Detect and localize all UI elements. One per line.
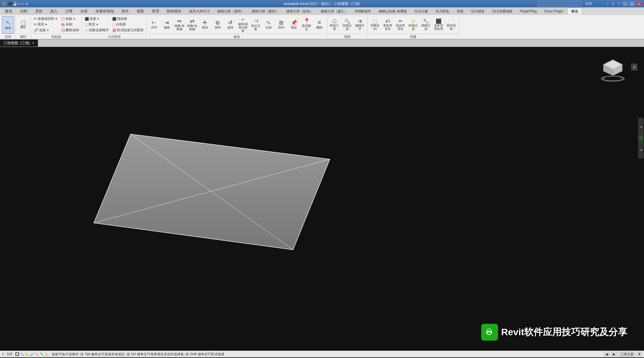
- tab-gls-jingzhuang[interactable]: GLS精装: [468, 8, 488, 14]
- tab-fuzor[interactable]: Fuzor Plugin: [541, 8, 567, 14]
- delete-button[interactable]: ✕ 删除: [313, 16, 326, 34]
- connect-cut-button[interactable]: ✂ 连接端切割 ▼: [32, 16, 59, 21]
- paint-remove-button[interactable]: 🚫 删除涂刷: [60, 27, 80, 33]
- tab-jianmo-tongyong[interactable]: 建模大师（通用）: [214, 8, 248, 14]
- multi-layer-button[interactable]: ⬛ 选多层同处理: [433, 16, 445, 34]
- status-icons: 🔲 🔍 📐 🔎 📏 🔧 📐: [15, 352, 49, 356]
- bbox-3d-button[interactable]: ⬚ 包围盒3D: [369, 16, 381, 34]
- rotate-button[interactable]: ↺ 旋转: [224, 16, 236, 34]
- status-dropdown[interactable]: ▼: [637, 352, 642, 356]
- connect-cut-label: 连接端切割: [38, 16, 54, 21]
- part-desc-button[interactable]: 📄 构件说明: [445, 16, 457, 34]
- tab-jianmo-jianzhu[interactable]: 建模大师（建筑）: [248, 8, 282, 14]
- tab-tiliang[interactable]: 体量和场地: [92, 8, 118, 14]
- tab-zhushi[interactable]: 注释: [62, 8, 76, 14]
- mirror-draw-button[interactable]: ⇄ 镜像-绘制轴: [186, 16, 198, 34]
- view-tab-close[interactable]: ✕: [32, 41, 34, 45]
- align-button[interactable]: ⊢ 对齐: [148, 16, 160, 34]
- tab-gls-tujian[interactable]: GLS土建: [411, 8, 432, 14]
- tab-xiezuo[interactable]: 协作: [118, 8, 133, 14]
- nav-scroll-up[interactable]: ◀: [638, 118, 643, 135]
- tab-gls-lüjing[interactable]: GLS免费滤镜: [489, 8, 516, 14]
- switch-join-button[interactable]: ↔ 切换连接顺序: [83, 27, 110, 33]
- tab-shitu[interactable]: 视图: [133, 8, 148, 14]
- tab-gls-kumo[interactable]: 橄榄山快模-免费版: [375, 8, 410, 14]
- join-expand-icon: ▼: [47, 29, 49, 32]
- split-face-button[interactable]: ⬚ 分割面: [111, 22, 145, 27]
- copy-button[interactable]: ⧉ 复制: [212, 16, 224, 34]
- frame-3d-label: 框选三维: [330, 24, 340, 31]
- statusbar: 1 : 100 🔲 🔍 📐 🔎 📏 🔧 📐 鼠标可执行该操作: 按 Tab 键单…: [0, 351, 644, 357]
- viewcube[interactable]: ↺ ↻: [599, 54, 626, 80]
- status-btn-left[interactable]: ◀: [604, 352, 610, 357]
- close-button[interactable]: ✕: [636, 1, 641, 6]
- paint-label: 涂刷: [66, 22, 72, 27]
- tab-jianzhu[interactable]: 建筑: [1, 8, 16, 14]
- properties-button[interactable]: 📋 属性: [17, 16, 29, 34]
- array-button[interactable]: ⊞ 阵列: [275, 16, 287, 34]
- scale-button[interactable]: ⤡ 比例: [263, 16, 275, 34]
- offset-button[interactable]: ⇥ 偏移: [161, 16, 173, 34]
- app-icon: R: [3, 1, 6, 6]
- status-btn-right[interactable]: ▶: [611, 352, 617, 357]
- offset-open-button[interactable]: ⇉ 偏移对开: [354, 16, 366, 34]
- modify-button[interactable]: ↖ 修改: [2, 16, 14, 34]
- copy-icon: ⧉: [216, 20, 219, 25]
- nav-scroll-down[interactable]: ◀: [638, 141, 643, 158]
- tab-charu[interactable]: 插入: [47, 8, 61, 14]
- tab-pluginplug[interactable]: Plugin'Plug: [516, 8, 541, 14]
- tab-gls-jidian[interactable]: GLS机电: [432, 8, 453, 14]
- tab-fenxi[interactable]: 分析: [77, 8, 91, 14]
- wall-join-button[interactable]: ⬛ 墙连接: [111, 16, 145, 21]
- unpin-button[interactable]: 📍 取消锁定: [301, 16, 313, 34]
- frame-3d-button[interactable]: ⬡ 框选三维: [329, 16, 341, 34]
- cut-geom-button[interactable]: ⬚ 剪切 ▼: [83, 22, 110, 27]
- tab-fujia[interactable]: 附加模块: [163, 8, 185, 14]
- connect-cut-icon: ✂: [33, 16, 37, 21]
- type-name-icon: 🏷: [385, 19, 390, 23]
- cut-button[interactable]: ✂ 剪切 ▼: [32, 22, 59, 27]
- geometry-col2: ⬛ 墙连接 ⬚ 分割面 ❌ 取消连接几何图形: [111, 16, 145, 34]
- tab-zukuv3[interactable]: 族库大师V3.2: [186, 8, 213, 14]
- tab-jiegou[interactable]: 结构: [16, 8, 31, 14]
- move-button[interactable]: ✛ 移动: [199, 16, 211, 34]
- join-button[interactable]: 🔗 连接 ▼: [32, 27, 59, 33]
- search-input[interactable]: [538, 1, 581, 6]
- connect-geom-button[interactable]: ⬛ 连接 ▼: [83, 16, 110, 21]
- tab-kuaitu[interactable]: 快图: [453, 8, 467, 14]
- x-button[interactable]: ❌ 取消连接几何图形: [111, 27, 145, 33]
- paint-button[interactable]: 🎨 涂刷: [60, 22, 80, 27]
- nav-green[interactable]: +: [638, 135, 643, 140]
- viewport[interactable]: ↺ ↻ ◀ + ◀ iI Revit软件: [0, 47, 644, 351]
- restore-button[interactable]: ◻: [629, 1, 635, 6]
- minimize-button[interactable]: —: [623, 1, 628, 6]
- paste-button[interactable]: 📋 粘贴 ▼: [60, 16, 80, 21]
- connect-geom-label: 连接: [89, 16, 96, 21]
- cut-geom-icon: ⬚: [85, 23, 88, 26]
- delete-icon: ✕: [317, 20, 321, 25]
- trim-button[interactable]: ⌐ 修剪/延伸为角部: [237, 16, 249, 34]
- mirror-pick-label: 镜像-拾取轴: [174, 24, 185, 31]
- tab-xiugai[interactable]: 修改: [567, 8, 582, 14]
- group-clipboard: ✂ 连接端切割 ▼ ✂ 剪切 ▼ 🔗 连接 ▼: [31, 15, 82, 39]
- mirror-pick-button[interactable]: ⇔ 镜像-拾取轴: [173, 16, 186, 34]
- tab-guanli[interactable]: 管理: [148, 8, 163, 14]
- refine-filter-button[interactable]: 🔧 精细过滤: [420, 16, 432, 34]
- view-tab-3d[interactable]: 三维视图: (三维) ✕: [0, 40, 38, 47]
- modify-type-button[interactable]: ✏ 批改类型名: [395, 16, 407, 34]
- help-icon[interactable]: ?: [618, 2, 620, 6]
- tab-bim-data[interactable]: BIM数据库: [352, 8, 375, 14]
- floor-svg: [0, 47, 644, 351]
- pin-button[interactable]: 📌 锁定: [288, 16, 300, 34]
- tab-jianmo-jidian[interactable]: 建模大师（机电）: [283, 8, 317, 14]
- info-item-1[interactable]: iI: [631, 64, 637, 70]
- login-text[interactable]: 登录: [585, 1, 592, 6]
- quick-filter-button[interactable]: ⚡ 快速过滤: [407, 16, 419, 34]
- filter-adv-button[interactable]: 🔍 高级过滤: [341, 16, 353, 34]
- split-button[interactable]: ⊣ 拆分元素: [250, 16, 262, 34]
- connect-geom-icon: ⬛: [85, 17, 89, 21]
- tab-xitong[interactable]: 系统: [31, 8, 46, 14]
- wall-join-icon: ⬛: [112, 17, 116, 21]
- tab-jianmo-shigong[interactable]: 建模大师（施工）: [317, 8, 351, 14]
- type-name-button[interactable]: 🏷 单改类型名: [382, 16, 394, 34]
